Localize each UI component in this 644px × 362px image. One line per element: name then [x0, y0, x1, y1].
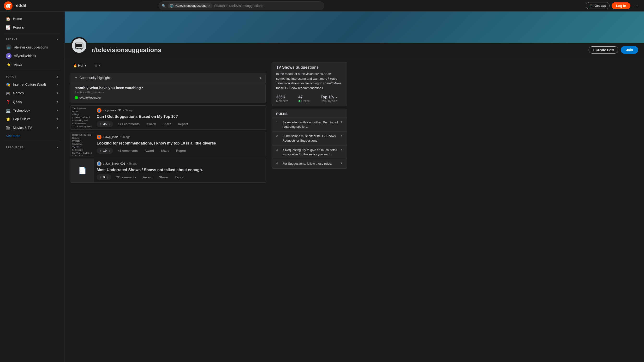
- award-button-2[interactable]: Award: [143, 148, 156, 153]
- upvote-button-1[interactable]: ↑: [99, 122, 102, 126]
- upvote-button-3[interactable]: ↑: [99, 175, 102, 179]
- post-author-name-1[interactable]: u/cysquatch33: [103, 109, 122, 112]
- page-layout: 🏠 Home 📈 Popular RECENT ▲ 📺 r/television…: [0, 0, 644, 189]
- sort-hot-button[interactable]: 🔥 Hot ▼: [70, 62, 89, 69]
- create-post-button[interactable]: + Create Post: [588, 46, 618, 54]
- technology-icon: 💻: [6, 108, 10, 113]
- sidebar-item-java[interactable]: ⭐ r/java: [2, 60, 62, 69]
- sidebar-item-qas[interactable]: ❓ Q&As ▼: [2, 98, 62, 106]
- rule-chevron-3: ▼: [340, 148, 343, 151]
- award-button-3[interactable]: Award: [141, 175, 154, 180]
- sort-bar: 🔥 Hot ▼ ⊞ ▼: [70, 62, 266, 69]
- join-button[interactable]: Join: [621, 46, 638, 54]
- post-author-avatar-3: 👤: [97, 161, 102, 166]
- highlight-post-title: Monthly What have you been watching?: [74, 86, 262, 90]
- upvote-button-2[interactable]: ↑: [99, 149, 102, 153]
- get-app-button[interactable]: 📱 Get app: [586, 2, 610, 9]
- rule-item-1[interactable]: 1 Be excellent with each other. Be mindf…: [272, 118, 347, 132]
- comments-button-2[interactable]: 46 comments: [116, 148, 140, 153]
- post-title-3[interactable]: Most Underrated Shows / Shows not talked…: [97, 168, 263, 173]
- post-author-name-3[interactable]: u/Jon_Snow_001: [103, 162, 125, 165]
- downvote-button-1[interactable]: ↓: [108, 122, 110, 126]
- highlights-collapse-icon: ▲: [259, 76, 262, 80]
- resources-section-header[interactable]: RESOURCES ▲: [2, 144, 62, 151]
- subreddit-header: r/televisionsuggestions + Create Post Jo…: [65, 43, 644, 58]
- share-button-3[interactable]: Share: [157, 175, 170, 180]
- comments-button-1[interactable]: 141 comments: [116, 121, 141, 127]
- highlight-post[interactable]: Monthly What have you been watching? 3 v…: [71, 83, 266, 102]
- post-author-avatar-1: 👤: [97, 108, 102, 113]
- sidebar-item-games[interactable]: 🎮 Games ▼: [2, 89, 62, 98]
- sidebar-divider-2: [4, 71, 61, 71]
- technology-label: Technology: [13, 109, 30, 112]
- recent-section-header[interactable]: RECENT ▲: [2, 36, 62, 43]
- comments-button-3[interactable]: 72 comments: [114, 175, 138, 180]
- thumb-text-1: The Sopranos: [72, 107, 92, 110]
- login-button[interactable]: Log In: [612, 3, 630, 9]
- sidebar-item-internet-culture[interactable]: 🎭 Internet Culture (Viral) ▼: [2, 80, 62, 89]
- sidebar-item-pop-culture[interactable]: ⭐ Pop Culture ▼: [2, 115, 62, 123]
- see-more-button[interactable]: See more: [0, 132, 64, 140]
- home-label: Home: [13, 17, 22, 21]
- subreddit-pill-icon: 📺: [170, 4, 174, 8]
- sidebar-item-technology[interactable]: 💻 Technology ▼: [2, 106, 62, 115]
- movies-tv-icon: 🎬: [6, 125, 10, 130]
- report-button-3[interactable]: Report: [172, 175, 186, 180]
- report-button-2[interactable]: Report: [174, 148, 188, 153]
- sidebar-item-home[interactable]: 🏠 Home: [2, 15, 62, 23]
- qas-chevron: ▼: [56, 100, 59, 104]
- share-button-1[interactable]: Share: [160, 121, 173, 127]
- comments-count-3: 72 comments: [116, 175, 136, 179]
- post-card-1: The Sopranos Doctor Vikings 4. Better Ca…: [70, 105, 266, 130]
- sidebar-item-movies-tv[interactable]: 🎬 Movies & TV ▼: [2, 123, 62, 132]
- share-button-2[interactable]: Share: [159, 148, 171, 153]
- sidebar-item-televisionsuggestions[interactable]: 📺 r/televisionsuggestions: [2, 43, 62, 52]
- rule-item-2[interactable]: 2 Submissions must either be TV Shows Re…: [272, 132, 347, 145]
- post-thumb-3: 📄: [71, 159, 94, 183]
- post-body-1: 👤 u/cysquatch33 • 6h ago Can I Get Sugge…: [94, 106, 266, 129]
- post-author-name-2[interactable]: u/awp_india: [103, 135, 118, 139]
- sidebar-item-popular[interactable]: 📈 Popular: [2, 23, 62, 32]
- rule-item-3[interactable]: 3 If Requesting, try to give as much det…: [272, 145, 347, 159]
- java-icon: ⭐: [7, 63, 10, 66]
- downvote-button-3[interactable]: ↓: [106, 175, 109, 179]
- vote-count-3: 9: [103, 175, 105, 179]
- subreddit-name: r/televisionsuggestions: [92, 46, 585, 54]
- highlights-header[interactable]: ✦ Community highlights ▲: [71, 73, 266, 83]
- view-options-button[interactable]: ⊞ ▼: [92, 62, 104, 69]
- search-bar[interactable]: 🔍 📺 r/televisionsuggestions ✕: [158, 2, 324, 10]
- sort-hot-chevron: ▼: [84, 64, 87, 67]
- rule-text-2: Submissions must either be TV Shows Requ…: [282, 134, 338, 143]
- online-label-text: Online: [301, 99, 310, 103]
- sidebar-item-ifyoulikeblank[interactable]: M r/ifyoulikeblank: [2, 52, 62, 60]
- rule-item-4[interactable]: 4 For Suggestions, follow these rules: ▼: [272, 159, 347, 169]
- reddit-logo-icon: [4, 2, 12, 10]
- post-title-2[interactable]: Looking for recommendations, I know my t…: [97, 141, 263, 146]
- search-icon: 🔍: [162, 4, 166, 8]
- topics-section-header[interactable]: TOPICS ▲: [2, 73, 62, 80]
- vote-count-1: 45: [103, 122, 106, 126]
- more-options-button[interactable]: ···: [632, 2, 640, 9]
- pill-close-button[interactable]: ✕: [208, 4, 210, 8]
- report-button-1[interactable]: Report: [176, 121, 190, 127]
- post-body-3: 👤 u/Jon_Snow_001 • 4h ago Most Underrate…: [94, 159, 266, 183]
- post-thumb-1: The Sopranos Doctor Vikings 4. Better Ca…: [71, 106, 94, 129]
- pop-culture-icon: ⭐: [6, 117, 10, 122]
- popular-label: Popular: [13, 26, 24, 29]
- tv-icon: 📺: [7, 46, 10, 49]
- award-button-1[interactable]: Award: [144, 121, 158, 127]
- post-time-2: • 5h ago: [120, 135, 130, 139]
- post-actions-3: ↑ 9 ↓ 72 comments Award Share Report: [97, 174, 263, 180]
- search-input[interactable]: [214, 4, 321, 8]
- highlight-separator: •: [85, 91, 86, 94]
- resources-chevron-icon: ▲: [56, 146, 59, 149]
- highlight-author[interactable]: u/AutoModerator: [74, 96, 262, 99]
- highlight-comments: 10 comments: [86, 91, 104, 94]
- subreddit-banner: [65, 12, 644, 43]
- get-app-icon: 📱: [589, 4, 593, 8]
- community-highlights-card: ✦ Community highlights ▲ Monthly What ha…: [70, 73, 266, 103]
- logo-area[interactable]: reddit: [4, 2, 26, 10]
- thumb2-text-2: Mr Robot: [72, 139, 92, 143]
- post-title-1[interactable]: Can I Get Suggestions Based on My Top 10…: [97, 114, 263, 119]
- downvote-button-2[interactable]: ↓: [108, 149, 110, 153]
